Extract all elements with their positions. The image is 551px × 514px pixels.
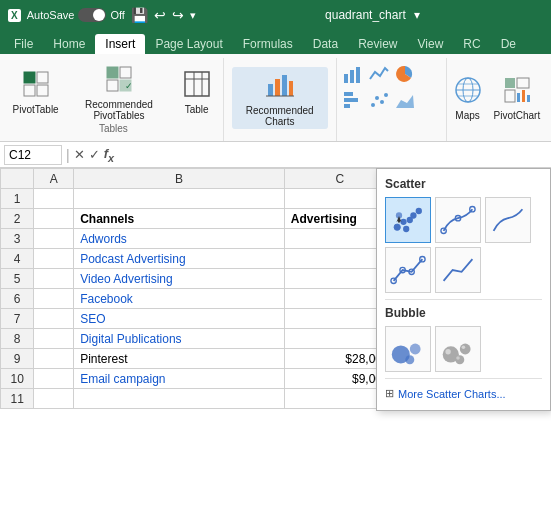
undo-icon[interactable]: ↩ xyxy=(154,7,166,23)
section-divider xyxy=(385,299,542,300)
tab-file[interactable]: File xyxy=(4,34,43,54)
scatter-smooth-lines-markers-button[interactable] xyxy=(435,197,481,243)
bubble-2d-button[interactable] xyxy=(385,326,431,372)
col-header-a[interactable]: A xyxy=(34,169,74,189)
row-col-header xyxy=(1,169,34,189)
recommended-pivottables-button[interactable]: ✓ Recommended PivotTables xyxy=(63,63,174,123)
cell-b9[interactable]: Pinterest xyxy=(74,349,285,369)
table-button[interactable]: Table xyxy=(179,68,215,117)
scatter-chart-button[interactable] xyxy=(367,88,391,112)
cell-a10[interactable] xyxy=(34,369,74,389)
cancel-formula-icon[interactable]: ✕ xyxy=(74,147,85,162)
redo-icon[interactable]: ↪ xyxy=(172,7,184,23)
svg-rect-39 xyxy=(527,95,530,102)
cell-b6[interactable]: Facebook xyxy=(74,289,285,309)
cell-a9[interactable] xyxy=(34,349,74,369)
cell-b7[interactable]: SEO xyxy=(74,309,285,329)
bubble-3d-button[interactable] xyxy=(435,326,481,372)
svg-rect-21 xyxy=(344,92,353,96)
svg-point-46 xyxy=(416,208,422,214)
toggle-knob xyxy=(93,9,105,21)
row-num-10[interactable]: 10 xyxy=(1,369,34,389)
svg-rect-13 xyxy=(268,84,273,96)
cell-b1[interactable] xyxy=(74,189,285,209)
row-num-8[interactable]: 8 xyxy=(1,329,34,349)
cell-a1[interactable] xyxy=(34,189,74,209)
recommended-charts-button[interactable]: Recommended Charts xyxy=(232,67,328,129)
bar-chart-button[interactable] xyxy=(341,88,365,112)
cell-b4[interactable]: Podcast Advertising xyxy=(74,249,285,269)
tab-formulas[interactable]: Formulas xyxy=(233,34,303,54)
svg-rect-34 xyxy=(505,78,515,88)
row-num-3[interactable]: 3 xyxy=(1,229,34,249)
scatter-dots-button[interactable] xyxy=(385,197,431,243)
pivottable-button[interactable]: PivotTable xyxy=(12,68,59,117)
line-chart-button[interactable] xyxy=(367,62,391,86)
row-num-4[interactable]: 4 xyxy=(1,249,34,269)
confirm-formula-icon[interactable]: ✓ xyxy=(89,147,100,162)
cell-b3[interactable]: Adwords xyxy=(74,229,285,249)
cell-b11[interactable] xyxy=(74,389,285,409)
row-num-5[interactable]: 5 xyxy=(1,269,34,289)
ribbon-tabs: File Home Insert Page Layout Formulas Da… xyxy=(0,30,551,54)
more-commands-icon[interactable]: ▾ xyxy=(190,9,196,22)
cell-a8[interactable] xyxy=(34,329,74,349)
cell-b10[interactable]: Email campaign xyxy=(74,369,285,389)
svg-rect-16 xyxy=(289,81,293,96)
more-scatter-charts-link[interactable]: ⊞ More Scatter Charts... xyxy=(385,385,542,402)
tab-rc[interactable]: RC xyxy=(453,34,490,54)
row-num-1[interactable]: 1 xyxy=(1,189,34,209)
svg-rect-35 xyxy=(517,78,529,88)
cell-a11[interactable] xyxy=(34,389,74,409)
cell-reference-input[interactable]: C12 xyxy=(4,145,62,165)
tab-page-layout[interactable]: Page Layout xyxy=(145,34,232,54)
area-chart-button[interactable] xyxy=(393,88,417,112)
pie-chart-button[interactable] xyxy=(393,62,417,86)
autosave-toggle[interactable] xyxy=(78,8,106,22)
insert-function-icon[interactable]: fx xyxy=(104,146,114,164)
pivotchart-button[interactable]: PivotChart xyxy=(490,74,545,123)
row-num-7[interactable]: 7 xyxy=(1,309,34,329)
scatter-straight-lines-markers-button[interactable] xyxy=(385,247,431,293)
dropdown-icon[interactable]: ▾ xyxy=(414,8,420,22)
row-num-2[interactable]: 2 xyxy=(1,209,34,229)
cell-a3[interactable] xyxy=(34,229,74,249)
formula-input[interactable] xyxy=(118,148,547,162)
tab-home[interactable]: Home xyxy=(43,34,95,54)
tab-review[interactable]: Review xyxy=(348,34,407,54)
cell-a7[interactable] xyxy=(34,309,74,329)
tab-de[interactable]: De xyxy=(491,34,526,54)
row-num-6[interactable]: 6 xyxy=(1,289,34,309)
svg-point-24 xyxy=(371,103,375,107)
row-num-11[interactable]: 11 xyxy=(1,389,34,409)
svg-point-27 xyxy=(384,93,388,97)
tab-insert[interactable]: Insert xyxy=(95,34,145,54)
cell-a6[interactable] xyxy=(34,289,74,309)
ribbon-group-charts: Recommended Charts xyxy=(224,58,337,141)
column-chart-button[interactable] xyxy=(341,62,365,86)
tab-data[interactable]: Data xyxy=(303,34,348,54)
maps-button[interactable]: Maps xyxy=(450,74,486,123)
cell-b5[interactable]: Video Advertising xyxy=(74,269,285,289)
maps-icon xyxy=(454,76,482,108)
tables-group-label: Tables xyxy=(99,123,128,137)
svg-point-56 xyxy=(410,344,421,355)
cell-b2[interactable]: Channels xyxy=(74,209,285,229)
svg-rect-1 xyxy=(37,72,48,83)
col-header-b[interactable]: B xyxy=(74,169,285,189)
cell-a2[interactable] xyxy=(34,209,74,229)
save-icon[interactable]: 💾 xyxy=(131,7,148,23)
tab-view[interactable]: View xyxy=(408,34,454,54)
cell-b8[interactable]: Digital Publications xyxy=(74,329,285,349)
svg-rect-14 xyxy=(275,79,280,96)
cell-a5[interactable] xyxy=(34,269,74,289)
svg-rect-37 xyxy=(517,93,520,102)
row-num-9[interactable]: 9 xyxy=(1,349,34,369)
svg-rect-23 xyxy=(344,104,350,108)
scatter-smooth-lines-button[interactable] xyxy=(485,197,531,243)
scatter-straight-lines-button[interactable] xyxy=(435,247,481,293)
undo-redo-group: ↩ ↪ ▾ xyxy=(154,7,196,23)
svg-rect-22 xyxy=(344,98,358,102)
cell-a4[interactable] xyxy=(34,249,74,269)
pivotchart-label: PivotChart xyxy=(494,110,541,121)
